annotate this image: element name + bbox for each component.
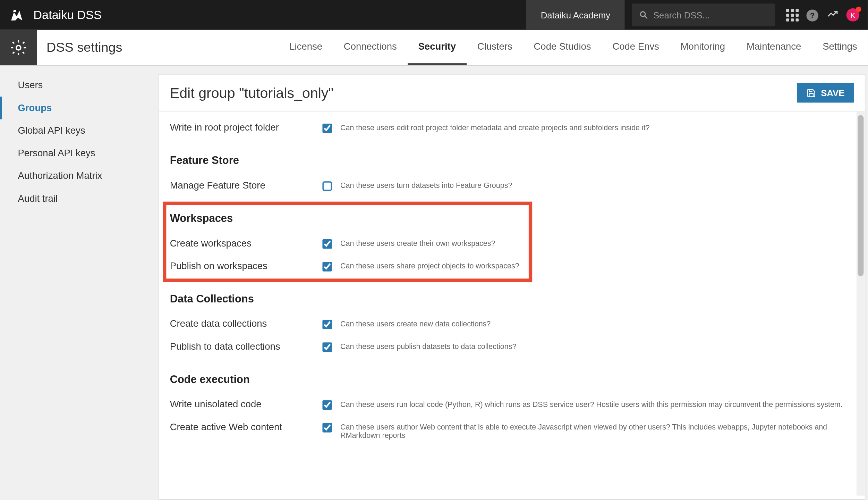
permission-row: Create active Web contentCan these users… (170, 417, 854, 444)
permission-checkbox[interactable] (322, 262, 332, 271)
scrollbar[interactable] (857, 111, 865, 495)
sidebar: UsersGroupsGlobal API keysPersonal API k… (0, 66, 159, 500)
permission-row: Publish to data collectionsCan these use… (170, 336, 854, 359)
tab-code-envs[interactable]: Code Envs (602, 30, 670, 65)
permission-label: Create data collections (170, 318, 323, 329)
search-input[interactable] (653, 10, 768, 20)
section-title: Workspaces (170, 198, 854, 233)
notification-dot (856, 7, 861, 12)
tabs: LicenseConnectionsSecurityClustersCode S… (279, 30, 868, 65)
section-title: Data Collections (170, 278, 854, 314)
permission-label: Manage Feature Store (170, 180, 323, 191)
help-icon[interactable]: ? (802, 8, 822, 21)
permission-checkbox[interactable] (322, 124, 332, 133)
dataiku-logo-icon[interactable] (8, 7, 25, 23)
permission-label: Create workspaces (170, 238, 323, 249)
permission-row: Manage Feature StoreCan these users turn… (170, 175, 854, 198)
section-title: Code execution (170, 359, 854, 394)
permission-description: Can these users create their own workspa… (340, 238, 854, 247)
permission-description: Can these users author Web content that … (340, 422, 854, 440)
academy-button[interactable]: Dataiku Academy (526, 0, 624, 30)
sidebar-item-global-api-keys[interactable]: Global API keys (0, 119, 159, 142)
permission-checkbox[interactable] (322, 423, 332, 432)
product-title[interactable]: Dataiku DSS (33, 8, 102, 22)
permission-description: Can these users create new data collecti… (340, 318, 854, 328)
permission-checkbox[interactable] (322, 400, 332, 410)
section-title: Feature Store (170, 140, 854, 175)
save-icon (807, 88, 816, 97)
permission-row: Write unisolated codeCan these users run… (170, 394, 854, 417)
tab-maintenance[interactable]: Maintenance (736, 30, 812, 65)
sidebar-item-personal-api-keys[interactable]: Personal API keys (0, 142, 159, 165)
section-code-execution: Code executionWrite unisolated codeCan t… (170, 359, 854, 444)
sidebar-item-users[interactable]: Users (0, 74, 159, 97)
permission-checkbox[interactable] (322, 239, 332, 249)
permission-row: Create workspacesCan these users create … (170, 233, 854, 256)
save-button[interactable]: SAVE (797, 83, 854, 103)
permission-label: Publish on workspaces (170, 261, 323, 272)
permission-label: Write in root project folder (170, 122, 323, 133)
tab-security[interactable]: Security (408, 30, 467, 65)
permission-description: Can these users turn datasets into Featu… (340, 180, 854, 190)
section-feature-store: Feature StoreManage Feature StoreCan the… (170, 140, 854, 198)
permission-description: Can these users share project objects to… (340, 261, 854, 270)
sidebar-item-authorization-matrix[interactable]: Authorization Matrix (0, 165, 159, 187)
tab-connections[interactable]: Connections (333, 30, 408, 65)
permission-description: Can these users run local code (Python, … (340, 399, 854, 408)
tab-monitoring[interactable]: Monitoring (670, 30, 736, 65)
apps-icon[interactable] (782, 8, 802, 21)
gear-icon[interactable] (0, 30, 37, 65)
permission-row: Create data collectionsCan these users c… (170, 314, 854, 336)
permission-description: Can these users edit root project folder… (340, 122, 854, 132)
activity-icon[interactable] (823, 7, 843, 22)
svg-point-2 (16, 45, 21, 50)
permission-label: Publish to data collections (170, 341, 323, 352)
topbar: Dataiku DSS Dataiku Academy ? K (0, 0, 868, 30)
svg-line-1 (645, 16, 647, 18)
sidebar-item-groups[interactable]: Groups (0, 97, 159, 119)
section-workspaces: WorkspacesCreate workspacesCan these use… (170, 198, 854, 278)
sidebar-item-audit-trail[interactable]: Audit trail (0, 187, 159, 210)
permission-label: Write unisolated code (170, 399, 323, 410)
panel: Edit group "tutorials_only" SAVE Write i… (159, 74, 866, 500)
user-avatar[interactable]: K (846, 8, 860, 22)
permission-row: Write in root project folderCan these us… (170, 117, 854, 140)
subheader: DSS settings LicenseConnectionsSecurityC… (0, 30, 868, 66)
permission-description: Can these users publish datasets to data… (340, 341, 854, 351)
permission-row: Publish on workspacesCan these users sha… (170, 256, 854, 278)
search-container (632, 3, 775, 26)
svg-point-0 (640, 12, 645, 17)
section-data-collections: Data CollectionsCreate data collectionsC… (170, 278, 854, 359)
tab-license[interactable]: License (279, 30, 333, 65)
page-title: DSS settings (37, 30, 122, 65)
permission-label: Create active Web content (170, 422, 323, 433)
permission-checkbox[interactable] (322, 342, 332, 352)
tab-settings[interactable]: Settings (812, 30, 868, 65)
permission-checkbox[interactable] (322, 181, 332, 191)
tab-code-studios[interactable]: Code Studios (523, 30, 602, 65)
tab-clusters[interactable]: Clusters (467, 30, 523, 65)
panel-title: Edit group "tutorials_only" (170, 84, 334, 101)
search-icon (639, 9, 648, 20)
permission-checkbox[interactable] (322, 320, 332, 329)
